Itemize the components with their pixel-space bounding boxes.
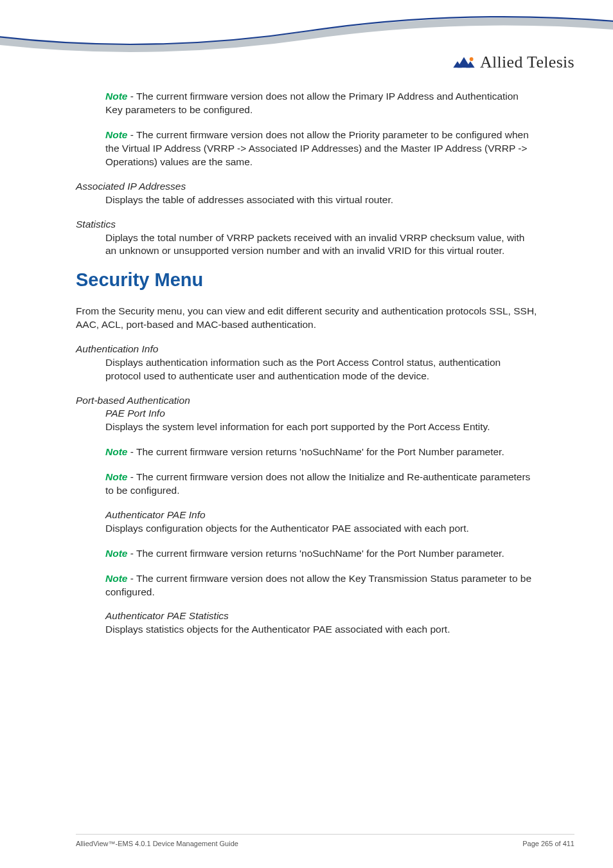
note-label: Note xyxy=(105,471,127,482)
footer-left: AlliedView™-EMS 4.0.1 Device Management … xyxy=(76,840,238,847)
section-body: Displays the table of addresses associat… xyxy=(105,194,537,207)
note-block: Note - The current firmware version does… xyxy=(105,129,537,169)
section-heading: Port-based Authentication xyxy=(76,395,537,406)
note-block: Note - The current firmware version does… xyxy=(105,471,537,498)
note-block: Note - The current firmware version does… xyxy=(105,572,537,599)
note-text: - The current firmware version does not … xyxy=(105,91,519,115)
section-body: Diplays the total number of VRRP packets… xyxy=(105,231,537,258)
note-block: Note - The current firmware version retu… xyxy=(105,446,537,459)
sub-heading: Authenticator PAE Info xyxy=(105,509,537,521)
security-intro: From the Security menu, you can view and… xyxy=(76,305,537,332)
heading-security-menu: Security Menu xyxy=(76,269,537,291)
sub-heading: PAE Port Info xyxy=(105,408,537,419)
sub-body: Displays statistics objects for the Auth… xyxy=(105,623,537,637)
sub-body: Displays the system level information fo… xyxy=(105,420,537,434)
note-block: Note - The current firmware version retu… xyxy=(105,547,537,561)
note-text: - The current firmware version does not … xyxy=(105,129,529,167)
note-label: Note xyxy=(105,573,127,584)
page-header: Allied Telesis xyxy=(0,0,613,90)
note-label: Note xyxy=(105,129,127,140)
brand-logo: Allied Telesis xyxy=(453,53,574,72)
note-label: Note xyxy=(105,548,127,559)
note-text: - The current firmware version returns '… xyxy=(127,548,504,559)
note-label: Note xyxy=(105,91,127,102)
note-text: - The current firmware version does not … xyxy=(105,573,531,597)
section-heading: Statistics xyxy=(76,219,537,230)
page-footer: AlliedView™-EMS 4.0.1 Device Management … xyxy=(76,834,574,847)
sub-body: Displays configuration objects for the A… xyxy=(105,522,537,536)
logo-text: Allied Telesis xyxy=(480,53,574,72)
page-content: Note - The current firmware version does… xyxy=(0,90,613,637)
footer-right: Page 265 of 411 xyxy=(522,840,574,847)
section-heading: Associated IP Addresses xyxy=(76,181,537,192)
sub-heading: Authenticator PAE Statistics xyxy=(105,610,537,622)
logo-icon xyxy=(453,56,475,69)
section-heading: Authentication Info xyxy=(76,343,537,355)
note-label: Note xyxy=(105,446,127,457)
note-block: Note - The current firmware version does… xyxy=(105,90,537,117)
note-text: - The current firmware version does not … xyxy=(105,471,530,496)
svg-point-3 xyxy=(470,57,474,61)
section-body: Displays authentication information such… xyxy=(105,356,537,383)
note-text: - The current firmware version returns '… xyxy=(127,446,504,457)
